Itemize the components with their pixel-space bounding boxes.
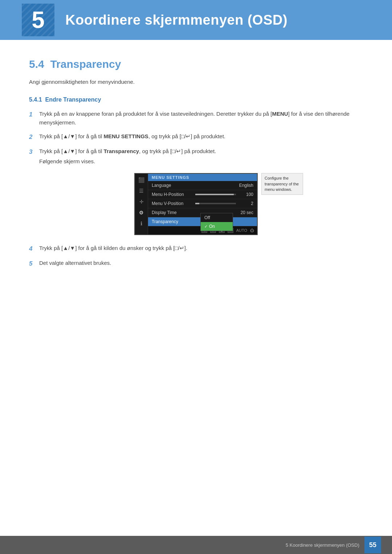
section-heading: 5.4 Transparency: [29, 58, 363, 70]
check-icon: ✓: [204, 224, 208, 229]
osd-fill-vpos: [195, 203, 199, 204]
step-text-1: Trykk på en av knappene foran på produkt…: [39, 110, 363, 127]
osd-wrapper: ⬛ ☰ ✛ ⚙ ℹ MENU SETTINGS Language: [134, 173, 258, 235]
list-item: 5 Det valgte alternativet brukes.: [29, 259, 363, 268]
osd-icon-info: ℹ: [136, 218, 147, 229]
osd-value-displaytime: 20 sec: [239, 210, 253, 215]
steps-list-2: 4 Trykk på [▲/▼] for å gå til kilden du …: [29, 244, 363, 268]
osd-value-language: English: [239, 183, 253, 188]
osd-submenu-transparency: Off ✓ On: [200, 213, 233, 231]
footer-page-number: 55: [364, 537, 381, 553]
osd-container: ⬛ ☰ ✛ ⚙ ℹ MENU SETTINGS Language: [29, 173, 363, 235]
step-number-1: 1: [29, 110, 39, 127]
osd-bar-hpos: [195, 194, 239, 195]
osd-label-hpos: Menu H-Position: [152, 192, 195, 197]
chapter-number-box: 5: [22, 4, 54, 36]
step-subtext-3: Følgende skjerm vises.: [39, 157, 363, 166]
osd-right-content: MENU SETTINGS Language English Menu H-Po…: [148, 174, 257, 234]
list-item: 1 Trykk på en av knappene foran på produ…: [29, 110, 363, 127]
osd-icon-lines: ☰: [136, 185, 147, 196]
osd-submenu-on: ✓ On: [201, 222, 233, 231]
step-number-4: 4: [29, 244, 39, 254]
footer-text: 5 Koordinere skjermmenyen (OSD): [286, 542, 359, 548]
step-text-4: Trykk på [▲/▼] for å gå til kilden du øn…: [39, 244, 363, 254]
section-intro: Angi gjennomsiktigheten for menyvinduene…: [29, 78, 363, 86]
osd-track-vpos: [195, 203, 236, 204]
osd-row-vpos: Menu V-Position 2: [148, 199, 257, 208]
osd-full: ⬛ ☰ ✛ ⚙ ℹ MENU SETTINGS Language: [135, 174, 257, 234]
step-text-2: Trykk på [▲/▼] for å gå til MENU SETTING…: [39, 132, 363, 142]
page-footer: 5 Koordinere skjermmenyen (OSD) 55: [0, 536, 392, 554]
subsection-heading: 5.4.1 Endre Transparency: [29, 97, 363, 103]
osd-left-icons: ⬛ ☰ ✛ ⚙ ℹ: [135, 174, 148, 234]
osd-row-language: Language English: [148, 181, 257, 190]
step-text-3: Trykk på [▲/▼] for å gå til Transparency…: [39, 147, 363, 166]
osd-menu-header: MENU SETTINGS: [148, 174, 257, 181]
osd-value-vpos: 2: [239, 201, 253, 206]
osd-icon-crosshair: ✛: [136, 196, 147, 207]
osd-label-vpos: Menu V-Position: [152, 201, 195, 206]
osd-fill-hpos: [195, 194, 234, 195]
osd-btn-power: ⏻: [250, 228, 254, 233]
step-number-5: 5: [29, 259, 39, 268]
osd-btn-auto: AUTO: [236, 228, 247, 233]
osd-tooltip: Configure the transparency of the menu w…: [261, 173, 303, 195]
steps-list: 1 Trykk på en av knappene foran på produ…: [29, 110, 363, 166]
list-item: 4 Trykk på [▲/▼] for å gå til kilden du …: [29, 244, 363, 254]
step-text-5: Det valgte alternativet brukes.: [39, 259, 363, 268]
osd-label-language: Language: [152, 183, 239, 188]
osd-screen: ⬛ ☰ ✛ ⚙ ℹ MENU SETTINGS Language: [134, 173, 258, 235]
chapter-title: Koordinere skjermmenyen (OSD): [65, 12, 287, 28]
osd-icon-monitor: ⬛: [136, 175, 147, 185]
osd-track-hpos: [195, 194, 236, 195]
osd-icon-gear: ⚙: [136, 207, 147, 218]
osd-row-hpos: Menu H-Position 100: [148, 190, 257, 199]
main-content: 5.4 Transparency Angi gjennomsiktigheten…: [0, 54, 392, 305]
menu-key: MENU: [272, 111, 288, 117]
chapter-header: 5 Koordinere skjermmenyen (OSD): [0, 0, 392, 40]
list-item: 2 Trykk på [▲/▼] for å gå til MENU SETTI…: [29, 132, 363, 142]
osd-bar-vpos: [195, 203, 239, 204]
osd-submenu-off: Off: [201, 213, 233, 222]
osd-submenu-on-label: On: [209, 224, 215, 229]
osd-value-hpos: 100: [239, 192, 253, 197]
step-number-3: 3: [29, 147, 39, 166]
chapter-number: 5: [32, 7, 45, 33]
step-number-2: 2: [29, 132, 39, 142]
list-item: 3 Trykk på [▲/▼] for å gå til Transparen…: [29, 147, 363, 166]
